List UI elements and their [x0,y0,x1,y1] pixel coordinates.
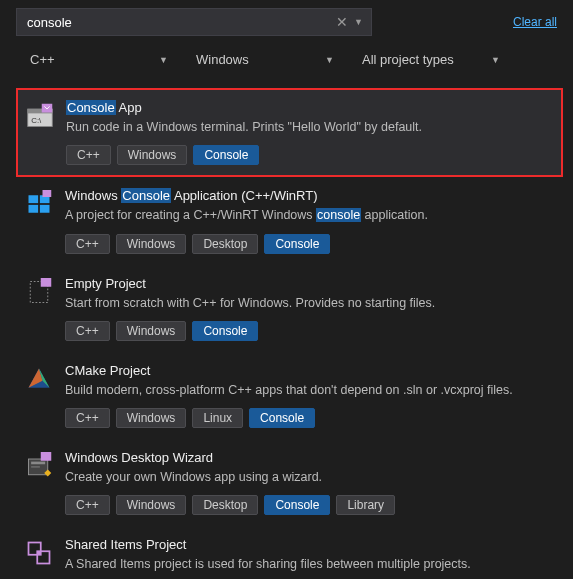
svg-rect-15 [31,462,45,465]
tag: C++ [66,145,111,165]
search-box[interactable]: ✕ ▼ [16,8,372,36]
tag: C++ [65,408,110,428]
tag: C++ [65,495,110,515]
search-input[interactable] [23,11,332,34]
tag: Console [249,408,315,428]
chevron-down-icon: ▼ [325,55,334,65]
tag: Windows [116,495,187,515]
svg-rect-20 [37,552,41,556]
tag: Console [264,234,330,254]
template-description: Create your own Windows app using a wiza… [65,469,552,485]
clear-search-icon[interactable]: ✕ [332,14,352,30]
tag-list: C++WindowsConsole [66,145,551,165]
template-description: Build modern, cross-platform C++ apps th… [65,382,552,398]
svg-rect-10 [41,278,52,287]
tag-list: C++WindowsDesktopConsoleLibrary [65,495,552,515]
tag-list: C++WindowsConsole [65,321,552,341]
platform-filter[interactable]: Windows ▼ [190,48,340,71]
svg-rect-17 [41,452,52,461]
tag: Console [193,145,259,165]
svg-text:C:\: C:\ [31,116,42,125]
tag: Windows [116,408,187,428]
svg-rect-6 [29,205,39,213]
template-list[interactable]: C:\Console AppRun code in a Windows term… [16,88,563,579]
svg-rect-4 [29,196,39,204]
template-item[interactable]: Windows Desktop WizardCreate your own Wi… [16,439,563,526]
console-icon: C:\ [26,102,54,130]
tag: Desktop [192,234,258,254]
template-description: Run code in a Windows terminal. Prints "… [66,119,551,135]
template-title: Shared Items Project [65,537,552,552]
template-description: Start from scratch with C++ for Windows.… [65,295,552,311]
tag-list: C++WindowsLinuxConsole [65,408,552,428]
windows-icon [25,190,53,218]
template-description: A Shared Items project is used for shari… [65,556,552,572]
tag: Desktop [192,495,258,515]
template-description: A project for creating a C++/WinRT Windo… [65,207,552,223]
template-title: Windows Desktop Wizard [65,450,552,465]
empty-icon [25,278,53,306]
tag: C++ [65,321,110,341]
tag: Console [264,495,330,515]
svg-rect-8 [43,190,52,197]
template-item[interactable]: Shared Items ProjectA Shared Items proje… [16,526,563,579]
template-item[interactable]: Empty ProjectStart from scratch with C++… [16,265,563,352]
tag-list: C++WindowsDesktopConsole [65,234,552,254]
template-title: Console App [66,100,551,115]
tag: Linux [192,408,243,428]
clear-all-link[interactable]: Clear all [513,15,557,29]
project-type-filter[interactable]: All project types ▼ [356,48,506,71]
template-title: CMake Project [65,363,552,378]
filter-label: All project types [362,52,454,67]
svg-rect-3 [42,104,53,113]
chevron-down-icon: ▼ [491,55,500,65]
tag: Console [192,321,258,341]
tag: Library [336,495,395,515]
tag: Windows [116,234,187,254]
tag: C++ [65,234,110,254]
template-title: Windows Console Application (C++/WinRT) [65,188,552,203]
tag: Windows [117,145,188,165]
template-item[interactable]: C:\Console AppRun code in a Windows term… [16,88,563,177]
cmake-icon [25,365,53,393]
filter-label: C++ [30,52,55,67]
wizard-icon [25,452,53,480]
template-item[interactable]: Windows Console Application (C++/WinRT)A… [16,177,563,264]
chevron-down-icon: ▼ [159,55,168,65]
search-dropdown-icon[interactable]: ▼ [352,17,365,27]
shared-icon [25,539,53,567]
language-filter[interactable]: C++ ▼ [24,48,174,71]
template-item[interactable]: CMake ProjectBuild modern, cross-platfor… [16,352,563,439]
template-title: Empty Project [65,276,552,291]
tag: Windows [116,321,187,341]
svg-rect-16 [31,466,40,468]
filter-label: Windows [196,52,249,67]
svg-rect-7 [40,205,50,213]
